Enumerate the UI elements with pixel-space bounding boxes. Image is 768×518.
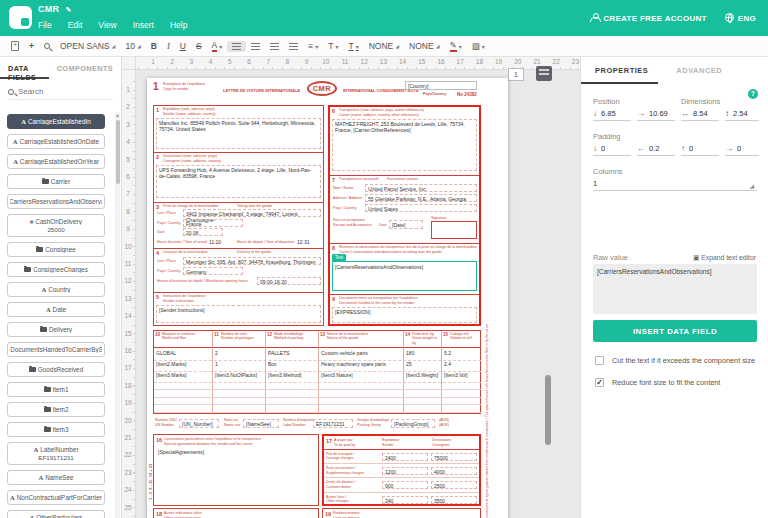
field-item-Item2[interactable]: Item2 [7,402,105,417]
sidebar-scroll-thumb[interactable] [116,120,120,184]
taking-over-country-field[interactable]: France [183,219,243,227]
goods-cell[interactable]: 2 [215,350,264,356]
menu-view[interactable]: View [98,20,116,30]
fill-color-button[interactable]: ▨▾ [467,39,490,53]
un-number-field[interactable]: [UN_Number] [179,419,219,428]
checkbox-icon[interactable]: ✓ [595,378,604,387]
field-item-CarriageEstablishedOnYear[interactable]: ACarriageEstablishedOnYear [7,154,105,169]
goods-cell[interactable]: [Item3.Nature] [321,372,402,378]
font-family-select[interactable]: OPEN SANS ◢ [55,39,120,53]
tab-components[interactable]: COMPONENTS [49,57,121,79]
charge-sender-field[interactable]: 1200 [382,467,428,475]
goods-cell[interactable]: 180 [406,350,440,356]
goods-cell[interactable]: [Item2.Marks] [156,361,211,367]
charge-consignee-field[interactable]: 2500 [431,481,477,489]
help-icon[interactable]: ? [748,89,758,99]
strikethrough-button[interactable]: S [191,39,207,53]
field-item-Delivery[interactable]: Delivery [7,322,105,337]
goods-cell[interactable]: [Item3.NoOfPacks] [215,372,264,378]
packing-group-field[interactable]: [PackingGroup] [391,419,435,428]
charge-consignee-field[interactable]: 75000 [431,453,477,461]
search-box[interactable] [8,87,113,100]
documents-field[interactable]: [EXPRESSION] [332,307,477,323]
reduce-font-checkbox-row[interactable]: ✓ Reduce font size to fit the content [595,378,760,387]
tab-advanced[interactable]: ADVANCED [662,66,732,84]
app-logo[interactable] [9,6,32,29]
language-selector[interactable]: ENG [725,13,756,23]
charge-consignee-field[interactable]: 4000 [431,467,477,475]
tab-data-fields[interactable]: DATA FIELDS [0,57,49,79]
field-item-LabelNumber[interactable]: ALabelNumberEF19171231 [7,442,105,465]
goods-cell[interactable]: 2.4 [444,361,479,367]
label-number-field[interactable]: EF19171231 [313,419,353,428]
field-item-Consignee[interactable]: Consignee [7,242,105,257]
goods-cell[interactable]: 25 [406,361,440,367]
field-item-Item3[interactable]: Item3 [7,422,105,437]
successive-address-field[interactable]: 55 Glenlake Parkway, N.E., Atlanta, Geor… [365,194,477,202]
goods-cell[interactable]: GLOBAL [156,350,211,356]
text-style-button[interactable]: T▾ [343,39,363,53]
charge-sender-field[interactable]: 2400 [382,453,428,461]
vertical-align-button[interactable]: T▾ [323,39,343,53]
delivery-country-field[interactable]: Germany [183,267,243,275]
tab-properties[interactable]: PROPERTIES [581,66,658,84]
country-field[interactable]: [Country] [405,81,477,90]
search-input[interactable] [18,87,98,96]
carrier-field[interactable]: MATHEZ FREIGHT, 253 Boulevard de Leeds, … [332,119,477,171]
rename-icon[interactable]: ✎ [65,6,71,13]
menu-help[interactable]: Help [170,20,187,30]
goods-cell[interactable]: Heavy machinery spare parts [321,361,402,367]
align-center-button[interactable] [246,41,265,52]
underline-button[interactable]: U [175,39,191,53]
successive-country-field[interactable]: United States [365,204,477,212]
reservations-field-selected[interactable]: [CarriersReservationsAndObservations] [332,261,477,291]
insert-data-field-button[interactable]: INSERT DATA FIELD [593,320,757,342]
align-right-button[interactable] [265,41,284,52]
new-page-button[interactable] [6,39,24,53]
receipt-date-field[interactable]: [Date] [389,220,423,229]
text-color-button[interactable]: A▾ [207,39,228,54]
cut-text-checkbox-row[interactable]: Cut the text if it exceeds the component… [595,356,760,365]
position-y-input[interactable]: ↓6.85 [593,109,631,121]
field-item-Country[interactable]: ACountry [7,282,105,297]
goods-cell[interactable]: [Item3.Marks] [156,372,211,378]
consignee-field[interactable]: UPS Forwarding Hub, 4 Avenue Delesseux, … [156,165,321,198]
field-item-CashOnDelivery[interactable]: #CashOnDelivery25000 [7,214,105,237]
delivery-hours-field[interactable]: 09:00-16:20 [257,277,321,285]
create-account-button[interactable]: CREATE FREE ACCOUNT [590,13,706,23]
columns-input[interactable]: 1 [593,179,757,191]
field-item-CarriersReservationsAndObserva...[interactable]: ACarriersReservationsAndObserva... [7,194,105,209]
menu-insert[interactable]: Insert [133,20,154,30]
goods-cell[interactable]: 5.2 [444,350,479,356]
taking-over-date-field[interactable]: 20.06 [183,228,223,236]
goods-cell[interactable]: PALLETS [268,350,317,356]
field-item-CarriageEstablishedIn[interactable]: ACarriageEstablishedIn [7,114,105,129]
field-item-ConsigneeCharges[interactable]: ConsigneeCharges [7,262,105,277]
special-agreements-field[interactable]: [SpecialAgreements] [158,449,204,455]
move-tool-button[interactable]: + [24,39,39,53]
border-width-select[interactable]: NONE ◢ [404,39,444,53]
italic-button[interactable]: I [162,39,175,53]
border-style-select[interactable]: NONE ◢ [364,39,404,53]
width-input[interactable]: ↔8.54 [681,109,719,121]
canvas-scroll-thumb[interactable] [545,375,551,445]
padding-left-input[interactable]: ←0.2 [637,144,675,156]
goods-cell[interactable]: 1 [215,361,264,367]
goods-cell[interactable]: Box [268,361,317,367]
menu-edit[interactable]: Edit [68,20,83,30]
pages-panel-icon[interactable] [536,66,552,81]
align-left-button[interactable] [227,41,246,52]
field-item-NonContractualPartForCarrier[interactable]: ANonContractualPartForCarrier [7,490,105,505]
font-size-select[interactable]: 10 ◢ [120,39,145,53]
field-item-CarriageEstablishedOnDate[interactable]: ACarriageEstablishedOnDate [7,134,105,149]
page-number-indicator[interactable]: 1 [508,68,524,81]
taking-over-place-field[interactable]: 3402 Impasse Charkampf, 3 etage, 74947, … [183,209,321,217]
field-item-DocumentsHandedToCarrierByS...[interactable]: ADocumentsHandedToCarrierByS... [7,342,105,357]
charge-sender-field[interactable]: 240 [382,496,428,504]
charge-consignee-field[interactable]: 3500 [431,496,477,504]
field-item-GoodsReceived[interactable]: GoodsReceived [7,362,105,377]
field-item-NameSee[interactable]: ANameSee [7,470,105,485]
sender-field[interactable]: Manuflex Inc, 85549 Pollich Points, Suit… [156,118,321,149]
scroll-up-icon[interactable]: ▲ [115,112,120,118]
goods-cell[interactable]: [Item3.Vol] [444,372,479,378]
